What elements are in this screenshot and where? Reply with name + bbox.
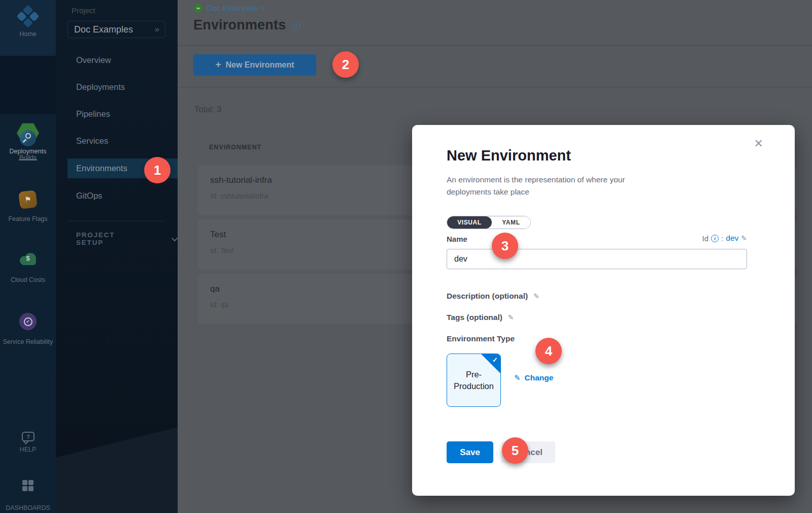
visual-yaml-toggle: VISUAL YAML bbox=[447, 216, 531, 229]
info-icon[interactable]: i bbox=[711, 235, 719, 242]
dialog-title: New Environment bbox=[447, 147, 571, 164]
sidebar-item-deployments-page[interactable]: Deployments bbox=[67, 77, 178, 97]
tags-label: Tags (optional) bbox=[447, 313, 502, 322]
sidebar-item-label: HELP bbox=[0, 446, 56, 453]
double-chevron-icon: » bbox=[155, 24, 159, 35]
table-column-header: ENVIRONMENT bbox=[209, 144, 261, 151]
description-label: Description (optional) bbox=[447, 292, 528, 301]
step-badge-5: 5 bbox=[502, 437, 528, 464]
tags-row: Tags (optional) ✎ bbox=[447, 313, 514, 322]
id-label: Id bbox=[702, 234, 709, 243]
sidebar-item-overview[interactable]: Overview bbox=[67, 50, 178, 70]
feature-flags-icon: ⚑ bbox=[18, 190, 38, 209]
environment-type-card[interactable]: Pre-Production ✓ bbox=[447, 354, 501, 407]
check-icon: ✓ bbox=[492, 356, 498, 365]
chevron-down-icon bbox=[172, 235, 178, 241]
total-count: Total: 3 bbox=[194, 105, 221, 114]
sidebar-item-label: Home bbox=[0, 30, 56, 38]
divider bbox=[178, 45, 812, 46]
divider bbox=[67, 221, 165, 221]
info-icon[interactable]: i bbox=[292, 21, 300, 29]
chevron-right-icon: > bbox=[261, 4, 265, 12]
tab-visual[interactable]: VISUAL bbox=[447, 216, 492, 229]
description-row: Description (optional) ✎ bbox=[447, 292, 539, 301]
sidebar-item-services[interactable]: Services bbox=[67, 131, 178, 151]
project-setup-toggle[interactable]: PROJECT SETUP bbox=[76, 231, 178, 246]
new-environment-dialog: ✕ New Environment An environment is the … bbox=[412, 125, 795, 496]
name-input[interactable] bbox=[447, 249, 747, 269]
project-sidebar: Project Doc Examples » Overview Deployme… bbox=[56, 0, 178, 513]
step-badge-4: 4 bbox=[535, 338, 562, 364]
tab-yaml[interactable]: YAML bbox=[492, 216, 530, 229]
project-selector[interactable]: Doc Examples » bbox=[67, 21, 165, 38]
home-icon bbox=[16, 5, 39, 27]
dashboards-icon bbox=[22, 480, 33, 491]
id-row: Id i : dev ✎ bbox=[702, 234, 747, 243]
page-title: Environments bbox=[193, 17, 286, 33]
step-badge-1: 1 bbox=[144, 157, 171, 183]
project-section-label: Project bbox=[72, 6, 95, 15]
new-environment-button[interactable]: + New Environment bbox=[193, 54, 316, 76]
change-type-link[interactable]: ✎ Change bbox=[514, 373, 553, 382]
service-reliability-icon: ✓ bbox=[19, 313, 37, 330]
cloud-costs-icon: $ bbox=[19, 253, 37, 265]
deployments-module-icon: ∞ bbox=[193, 4, 203, 13]
project-setup-label: PROJECT SETUP bbox=[76, 231, 145, 246]
sidebar-item-home[interactable]: Home bbox=[0, 0, 56, 56]
sidebar-item-label: Feature Flags bbox=[0, 215, 56, 222]
sidebar-item-label: Builds bbox=[0, 154, 56, 161]
environment-type-row: Environment Type bbox=[447, 334, 515, 343]
divider bbox=[178, 87, 812, 87]
sidebar-item-pipelines[interactable]: Pipelines bbox=[67, 104, 178, 124]
sidebar-item-label: Cloud Costs bbox=[0, 276, 56, 283]
decorative-wave bbox=[56, 423, 178, 513]
sidebar-item-label: DASHBOARDS bbox=[0, 504, 56, 511]
sidebar-item-label: Service Reliability bbox=[0, 337, 56, 346]
edit-description-icon[interactable]: ✎ bbox=[533, 292, 539, 300]
sidebar-item-deployments[interactable]: ∞ Deployments bbox=[0, 56, 56, 114]
project-name: Doc Examples bbox=[74, 24, 155, 35]
builds-icon bbox=[20, 130, 36, 146]
module-rail: Home ∞ Deployments Builds ⚑ Feature Flag… bbox=[0, 0, 56, 513]
dialog-subtitle: An environment is the representation of … bbox=[447, 174, 665, 198]
step-badge-2: 2 bbox=[332, 51, 359, 78]
edit-tags-icon[interactable]: ✎ bbox=[508, 313, 514, 322]
breadcrumb: ∞ Doc Examples > bbox=[193, 4, 265, 13]
environment-type-label: Environment Type bbox=[447, 334, 515, 343]
plus-icon: + bbox=[215, 59, 221, 70]
breadcrumb-project-link[interactable]: Doc Examples bbox=[207, 4, 257, 13]
edit-type-icon: ✎ bbox=[514, 373, 521, 382]
edit-id-icon[interactable]: ✎ bbox=[741, 234, 747, 242]
name-label: Name bbox=[447, 235, 467, 243]
id-value: dev bbox=[726, 234, 738, 243]
help-icon: ? bbox=[22, 432, 35, 441]
save-button[interactable]: Save bbox=[447, 441, 493, 463]
close-icon[interactable]: ✕ bbox=[754, 138, 763, 149]
step-badge-3: 3 bbox=[492, 233, 518, 259]
sidebar-item-gitops[interactable]: GitOps bbox=[67, 186, 178, 206]
